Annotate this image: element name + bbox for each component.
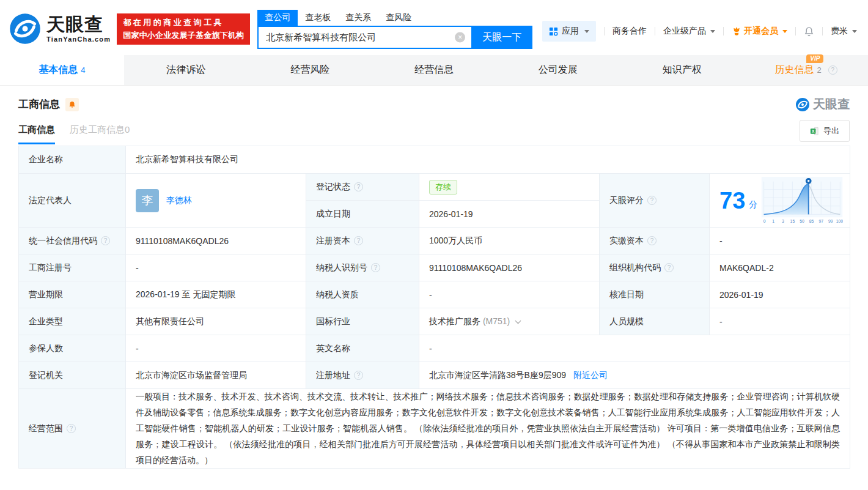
watermark-logo: 天眼查 (795, 96, 850, 113)
divider (723, 27, 724, 35)
business-info-table: 企业名称 北京新希智算科技有限公司 法定代表人 李 李德林 登记状态 ? 存续 … (18, 146, 850, 469)
tab-legal-proceedings[interactable]: 法律诉讼 (124, 55, 248, 85)
search-tabs: 查公司 查老板 查关系 查风险 (257, 10, 532, 26)
svg-text:X: X (812, 128, 815, 133)
help-icon[interactable]: ? (101, 236, 110, 245)
approval-date-value: 2026-01-19 (710, 281, 850, 308)
staff-size-value: - (710, 308, 850, 335)
apps-menu[interactable]: 应用 (542, 21, 596, 42)
table-row: 营业期限 2026-01-19 至 无固定期限 纳税人资质 - 核准日期 202… (19, 281, 850, 308)
help-icon[interactable]: ? (828, 65, 837, 75)
search-button[interactable]: 天眼一下 (471, 26, 532, 49)
staff-size-label: 人员规模 (600, 308, 710, 335)
reg-capital-label: 注册资本 ? (306, 228, 419, 254)
tab-label: 经营信息 (414, 64, 454, 76)
help-icon[interactable]: ? (371, 263, 380, 272)
search-tab-relation[interactable]: 查关系 (338, 10, 378, 26)
monitor-bell-icon[interactable] (65, 98, 79, 111)
user-menu[interactable]: 费米 (831, 26, 857, 37)
search-tab-boss[interactable]: 查老板 (298, 10, 338, 26)
legal-rep-label: 法定代表人 (19, 174, 126, 228)
nearby-companies-link[interactable]: 附近公司 (573, 370, 608, 381)
help-icon[interactable]: ? (67, 424, 76, 433)
reg-authority-label: 登记机关 (19, 362, 126, 389)
tab-business-info[interactable]: 经营信息 (372, 55, 496, 85)
company-section-tabs: 基本信息 4 法律诉讼 经营风险 经营信息 公司发展 知识产权 历史信息 VIP… (0, 55, 868, 86)
legal-rep-link[interactable]: 李德林 (166, 195, 192, 206)
tab-label: 知识产权 (663, 64, 702, 76)
subtab-history-registration[interactable]: 历史工商信息0 (70, 124, 130, 144)
svg-text:97: 97 (819, 219, 824, 223)
industry-value: 技术推广服务 (M751) (419, 308, 600, 335)
clear-search-icon[interactable]: × (455, 32, 465, 43)
svg-text:99: 99 (828, 219, 833, 223)
help-icon[interactable]: ? (647, 196, 657, 205)
status-badge: 存续 (429, 180, 457, 195)
menu-enterprise-products[interactable]: 企业级产品 (663, 26, 715, 37)
help-icon[interactable]: ? (664, 263, 674, 272)
search-tab-company[interactable]: 查公司 (257, 10, 298, 26)
insured-count-value: - (126, 335, 306, 362)
paid-capital-label: 实缴资本 ? (600, 228, 710, 254)
table-row: 统一社会信用代码 ? 91110108MAK6QADL26 注册资本 ? 100… (19, 228, 850, 254)
business-term-value: 2026-01-19 至 无固定期限 (126, 281, 306, 308)
svg-text:50: 50 (800, 219, 804, 223)
tab-label: 历史信息 (774, 64, 814, 75)
credit-code-value: 91110108MAK6QADL26 (126, 228, 306, 254)
tianyancha-logo-icon (9, 12, 42, 45)
tab-company-development[interactable]: 公司发展 (496, 55, 620, 85)
tab-basic-info[interactable]: 基本信息 4 (0, 55, 124, 85)
chevron-down-icon (584, 30, 589, 33)
tab-label: 基本信息 (39, 64, 78, 76)
help-icon[interactable]: ? (354, 371, 363, 380)
svg-text:1: 1 (773, 219, 775, 223)
subtab-business-registration[interactable]: 工商信息 (18, 124, 55, 144)
business-scope-label: 经营范围 ? (19, 389, 126, 469)
table-row: 经营范围 ? 一般项目：技术服务、技术开发、技术咨询、技术交流、技术转让、技术推… (19, 389, 850, 469)
svg-text:100: 100 (836, 219, 843, 223)
username: 费米 (831, 26, 848, 37)
divider (655, 27, 655, 35)
taxpayer-quality-value: - (419, 281, 600, 308)
reg-address-label: 注册地址 ? (306, 362, 419, 389)
company-name-value: 北京新希智算科技有限公司 (126, 146, 850, 174)
menu-cooperation[interactable]: 商务合作 (612, 26, 647, 37)
legal-rep-avatar[interactable]: 李 (136, 189, 159, 212)
help-icon[interactable]: ? (354, 236, 363, 245)
table-row: 参保人数 - 英文名称 - (19, 335, 850, 362)
top-header: 天眼查 TianYanCha.com 都在用的商业查询工具 国家中小企业发展子基… (0, 0, 868, 55)
open-vip-label: 开通会员 (744, 26, 778, 37)
paid-capital-value: - (710, 228, 850, 254)
chevron-down-icon (782, 30, 787, 33)
slogan-line2: 国家中小企业发展子基金旗下机构 (123, 30, 244, 41)
company-type-value: 其他有限责任公司 (126, 308, 306, 335)
score-label: 天眼评分 ? (600, 174, 710, 228)
score-axis-labels: 0 1 3 15 50 85 97 99 100 (763, 219, 843, 223)
reg-authority-value: 北京市海淀区市场监督管理局 (126, 362, 306, 389)
search-tab-risk[interactable]: 查风险 (378, 10, 419, 26)
chevron-down-icon[interactable] (515, 317, 521, 324)
table-row: 工商注册号 - 纳税人识别号 ? 91110108MAK6QADL26 组织机构… (19, 254, 850, 281)
divider (822, 27, 823, 35)
notification-bell-icon[interactable] (804, 26, 814, 37)
brand-domain: TianYanCha.com (46, 35, 111, 43)
credit-code-label: 统一社会信用代码 ? (19, 228, 126, 254)
tab-intellectual-property[interactable]: 知识产权 (620, 55, 744, 85)
taxpayer-id-value: 91110108MAK6QADL26 (419, 254, 600, 281)
enterprise-label: 企业级产品 (663, 26, 706, 37)
reg-number-value: - (126, 254, 306, 281)
help-icon[interactable]: ? (647, 236, 657, 245)
help-icon[interactable]: ? (354, 182, 363, 191)
export-button[interactable]: X 导出 (800, 120, 850, 142)
tab-operation-risk[interactable]: 经营风险 (248, 55, 372, 85)
search-input[interactable] (257, 26, 471, 49)
reg-capital-value: 1000万人民币 (419, 228, 600, 254)
tianyancha-logo[interactable]: 天眼查 TianYanCha.com (9, 12, 111, 45)
taxpayer-quality-label: 纳税人资质 (306, 281, 419, 308)
section-header: 工商信息 天眼查 (0, 86, 868, 113)
org-code-value: MAK6QADL-2 (710, 254, 850, 281)
excel-icon: X (810, 127, 819, 136)
tab-history-info[interactable]: 历史信息 VIP 2 ? (744, 55, 868, 85)
export-label: 导出 (823, 125, 839, 136)
menu-open-vip[interactable]: 开通会员 (732, 26, 787, 37)
